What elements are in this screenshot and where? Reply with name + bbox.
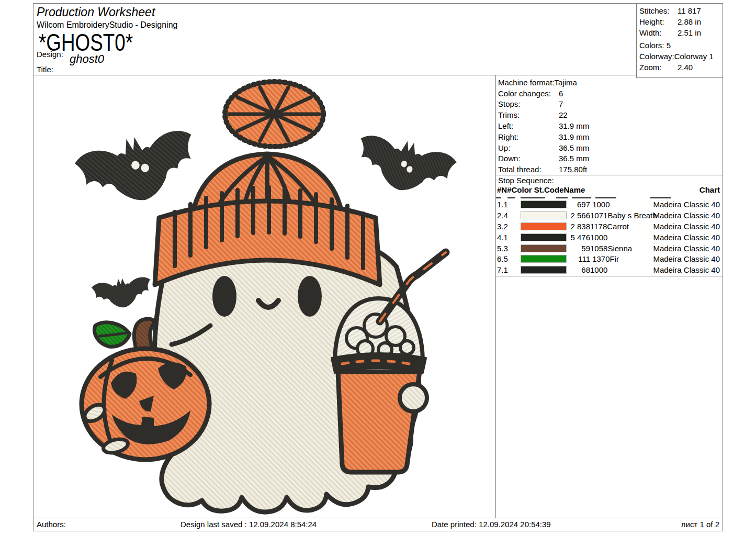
- thread-stop-number: 2.4: [495, 211, 521, 220]
- thread-code: 1370: [590, 254, 610, 263]
- thread-chart: Madeira Classic 40: [653, 200, 720, 209]
- title-label: Title:: [37, 65, 53, 74]
- stop-sequence-row: 7.1681000Madeira Classic 40: [495, 264, 721, 275]
- summary-row: Stitches:11 817: [639, 5, 721, 16]
- stop-sequence-row: 2.42 5661071Baby s BreathMadeira Classic…: [495, 210, 721, 221]
- thread-color-name: Fir: [610, 254, 619, 263]
- summary-box: Stitches:11 817Height:2.88 inWidth:2.51 …: [636, 3, 723, 77]
- machine-info: Machine format:TajimaColor changes:6Stop…: [498, 77, 720, 175]
- thread-stitch-count: 5 476: [567, 233, 590, 242]
- thread-color-swatch: [521, 255, 567, 263]
- machine-info-value: 175.80ft: [559, 165, 587, 174]
- stop-sequence-label: Stop Sequence:: [498, 176, 554, 185]
- stop-sequence-row: 6.5111 1370FirMadeira Classic 40: [495, 253, 721, 264]
- thread-code: 1000: [590, 233, 607, 242]
- machine-info-value: 7: [559, 99, 563, 108]
- machine-info-row: Right:31.9 mm: [498, 131, 720, 142]
- stop-sequence-header-chart: Chart: [699, 185, 720, 194]
- thread-stitch-count: 59: [567, 244, 590, 253]
- machine-info-label: Up:: [498, 143, 559, 152]
- column-rule: [496, 197, 501, 198]
- machine-info-label: Stops:: [498, 99, 559, 108]
- machine-info-row: Left:31.9 mm: [498, 120, 720, 131]
- footer: Authors: Design last saved : 12.09.2024 …: [33, 518, 723, 531]
- machine-info-value: Tajima: [555, 78, 577, 87]
- page-number: лист 1 of 2: [681, 520, 719, 529]
- machine-info-value: 31.9 mm: [559, 132, 589, 141]
- design-filename: ghost0: [70, 52, 104, 66]
- thread-color-swatch: [521, 200, 567, 208]
- thread-stop-number: 6.5: [495, 254, 521, 263]
- summary-label: Colorway:: [639, 52, 674, 61]
- thread-stitch-count: 697: [567, 200, 590, 209]
- thread-code: 1058: [590, 244, 607, 253]
- stop-sequence-header-left: #N#Color St.CodeName: [497, 185, 585, 194]
- last-saved-text: Design last saved : 12.09.2024 8:54:24: [180, 520, 317, 529]
- thread-color-swatch: [521, 233, 567, 241]
- machine-info-row: Color changes:6: [498, 88, 720, 99]
- header-box: Production Worksheet Wilcom EmbroiderySt…: [33, 3, 636, 75]
- machine-info-label: Left:: [498, 121, 559, 130]
- beanie-hat: [155, 82, 380, 285]
- column-rule: [556, 197, 568, 198]
- beanie-pom-pom: [225, 82, 323, 147]
- design-label: Design:: [37, 50, 63, 59]
- summary-label: Width:: [639, 28, 678, 37]
- thread-color-swatch: [521, 211, 567, 219]
- summary-row: Colors: 5: [639, 40, 721, 51]
- thread-color-swatch: [521, 222, 567, 230]
- ghost-right-eye: [298, 276, 322, 317]
- column-rule: [507, 197, 515, 198]
- thread-stop-number: 3.2: [495, 222, 521, 231]
- machine-info-value: 36.5 mm: [559, 154, 589, 163]
- stop-sequence-row: 1.1697 1000Madeira Classic 40: [495, 199, 721, 210]
- thread-color-name: Carrot: [607, 222, 629, 231]
- thread-stop-number: 1.1: [495, 200, 521, 209]
- summary-value: 11 817: [678, 6, 701, 15]
- summary-rows: Stitches:11 817Height:2.88 inWidth:2.51 …: [639, 5, 721, 73]
- machine-info-label: Trims:: [498, 110, 559, 119]
- machine-info-label: Color changes:: [498, 89, 559, 98]
- pumpkin: [82, 319, 210, 460]
- machine-info-row: Up:36.5 mm: [498, 142, 720, 153]
- page-title: Production Worksheet: [37, 5, 155, 19]
- machine-info-value: 31.9 mm: [559, 121, 589, 130]
- thread-chart: Madeira Classic 40: [653, 211, 720, 220]
- ghost-left-eye: [212, 276, 236, 317]
- production-worksheet-page: { "header": { "title": "Production Works…: [0, 0, 756, 535]
- summary-label: Colors:: [639, 41, 667, 50]
- summary-row: Height:2.88 in: [639, 16, 721, 27]
- thread-stitch-count: 2 566: [567, 211, 590, 220]
- thread-stitch-count: 2 838: [567, 222, 590, 231]
- panel-divider-line: [495, 75, 496, 518]
- pumpkin-stem: [134, 319, 155, 351]
- thread-chart: Madeira Classic 40: [653, 222, 720, 231]
- summary-value: 2.40: [678, 63, 693, 72]
- bat-small-left-icon: [91, 274, 153, 311]
- summary-label: Stitches:: [639, 6, 678, 15]
- summary-row: Colorway:Colorway 1: [639, 51, 721, 62]
- thread-color-swatch: [521, 244, 567, 252]
- thread-color-swatch: [521, 266, 567, 274]
- column-rule: [595, 197, 616, 198]
- machine-info-row: Total thread:175.80ft: [498, 164, 720, 175]
- thread-chart: Madeira Classic 40: [653, 265, 720, 274]
- stop-sequence-row: 5.3591058SiennaMadeira Classic 40: [495, 243, 721, 254]
- summary-label: Zoom:: [639, 63, 678, 72]
- thread-code: 1178: [590, 222, 607, 231]
- machine-info-label: Down:: [498, 154, 559, 163]
- summary-row: Zoom:2.40: [639, 62, 721, 73]
- authors-label: Authors:: [37, 520, 66, 529]
- summary-label: Height:: [639, 17, 678, 26]
- thread-color-name: Sienna: [607, 244, 632, 253]
- thread-chart: Madeira Classic 40: [653, 254, 720, 263]
- machine-info-value: 36.5 mm: [559, 143, 589, 152]
- thread-stop-number: 5.3: [495, 244, 521, 253]
- thread-chart: Madeira Classic 40: [653, 233, 720, 242]
- stop-sequence-table: 1.1697 1000Madeira Classic 402.42 566107…: [495, 199, 721, 275]
- thread-stitch-count: 111: [567, 254, 590, 263]
- thread-code: 1000: [590, 200, 610, 209]
- machine-info-label: Total thread:: [498, 165, 559, 174]
- column-rule: [650, 197, 671, 198]
- machine-info-label: Machine format:: [498, 78, 555, 87]
